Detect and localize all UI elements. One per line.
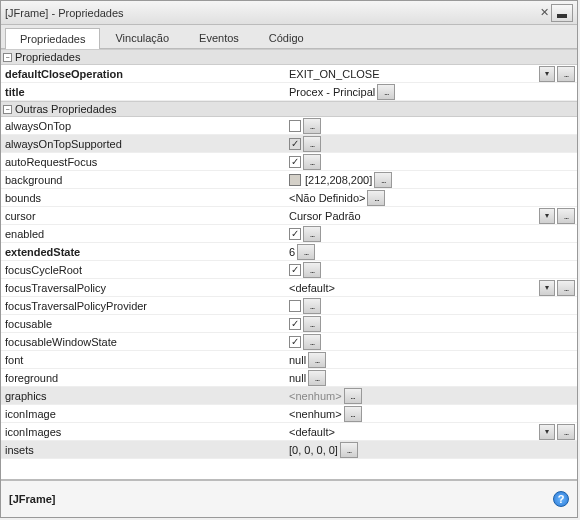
- group-header[interactable]: −Outras Propriedades: [1, 101, 577, 117]
- property-value[interactable]: <nenhum>...: [285, 387, 577, 404]
- property-row: iconImages<default>▾...: [1, 423, 577, 441]
- more-button[interactable]: ...: [303, 226, 321, 242]
- property-name: autoRequestFocus: [1, 156, 285, 168]
- property-row: graphics<nenhum>...: [1, 387, 577, 405]
- more-button[interactable]: ...: [344, 406, 362, 422]
- property-value[interactable]: null...: [285, 351, 577, 368]
- more-button[interactable]: ...: [303, 154, 321, 170]
- property-row: focusableWindowState...: [1, 333, 577, 351]
- checkbox[interactable]: [289, 264, 301, 276]
- property-name: alwaysOnTopSupported: [1, 138, 285, 150]
- more-button[interactable]: ...: [557, 280, 575, 296]
- more-button[interactable]: ...: [308, 370, 326, 386]
- checkbox[interactable]: [289, 336, 301, 348]
- property-value[interactable]: ...: [285, 117, 577, 134]
- more-button[interactable]: ...: [303, 118, 321, 134]
- more-button[interactable]: ...: [557, 208, 575, 224]
- property-row: fontnull...: [1, 351, 577, 369]
- property-name: focusableWindowState: [1, 336, 285, 348]
- dropdown-button[interactable]: ▾: [539, 66, 555, 82]
- properties-content[interactable]: −PropriedadesdefaultCloseOperationEXIT_O…: [1, 49, 577, 479]
- property-value[interactable]: 6...: [285, 243, 577, 260]
- more-button[interactable]: ...: [367, 190, 385, 206]
- checkbox[interactable]: [289, 156, 301, 168]
- more-button[interactable]: ...: [308, 352, 326, 368]
- value-text: null: [289, 372, 306, 384]
- more-button[interactable]: ...: [297, 244, 315, 260]
- tab-vinculação[interactable]: Vinculação: [100, 27, 184, 48]
- property-name: focusable: [1, 318, 285, 330]
- footer-label: [JFrame]: [9, 493, 553, 505]
- tab-propriedades[interactable]: Propriedades: [5, 28, 100, 49]
- more-button[interactable]: ...: [557, 424, 575, 440]
- tab-código[interactable]: Código: [254, 27, 319, 48]
- property-name: enabled: [1, 228, 285, 240]
- value-text: [0, 0, 0, 0]: [289, 444, 338, 456]
- property-name: title: [1, 86, 285, 98]
- property-name: graphics: [1, 390, 285, 402]
- window-title: [JFrame] - Propriedades: [5, 7, 533, 19]
- property-value[interactable]: <Não Definido>...: [285, 189, 577, 206]
- property-name: foreground: [1, 372, 285, 384]
- more-button[interactable]: ...: [557, 66, 575, 82]
- more-button[interactable]: ...: [303, 298, 321, 314]
- checkbox[interactable]: [289, 120, 301, 132]
- more-button[interactable]: ...: [340, 442, 358, 458]
- property-row: autoRequestFocus...: [1, 153, 577, 171]
- property-value[interactable]: <nenhum>...: [285, 405, 577, 422]
- property-value[interactable]: <default>▾...: [285, 279, 577, 296]
- property-value[interactable]: ...: [285, 225, 577, 242]
- value-text: 6: [289, 246, 295, 258]
- value-text: <nenhum>: [289, 408, 342, 420]
- property-value[interactable]: ...: [285, 261, 577, 278]
- property-row: alwaysOnTopSupported...: [1, 135, 577, 153]
- property-name: focusCycleRoot: [1, 264, 285, 276]
- property-value[interactable]: Cursor Padrão▾...: [285, 207, 577, 224]
- more-button[interactable]: ...: [303, 262, 321, 278]
- collapse-toggle-icon[interactable]: −: [3, 53, 12, 62]
- more-button[interactable]: ...: [374, 172, 392, 188]
- more-button[interactable]: ...: [303, 316, 321, 332]
- checkbox[interactable]: [289, 300, 301, 312]
- property-value[interactable]: [0, 0, 0, 0]...: [285, 441, 577, 458]
- value-text: Procex - Principal: [289, 86, 375, 98]
- property-name: background: [1, 174, 285, 186]
- property-name: cursor: [1, 210, 285, 222]
- property-value[interactable]: ...: [285, 135, 577, 152]
- property-row: foregroundnull...: [1, 369, 577, 387]
- help-icon[interactable]: ?: [553, 491, 569, 507]
- value-text: <default>: [289, 282, 335, 294]
- property-row: bounds<Não Definido>...: [1, 189, 577, 207]
- property-value[interactable]: null...: [285, 369, 577, 386]
- property-value[interactable]: ...: [285, 333, 577, 350]
- collapse-toggle-icon[interactable]: −: [3, 105, 12, 114]
- property-row: iconImage<nenhum>...: [1, 405, 577, 423]
- property-value[interactable]: ...: [285, 153, 577, 170]
- property-value[interactable]: ...: [285, 315, 577, 332]
- checkbox[interactable]: [289, 228, 301, 240]
- checkbox: [289, 138, 301, 150]
- property-row: cursorCursor Padrão▾...: [1, 207, 577, 225]
- property-name: extendedState: [1, 246, 285, 258]
- property-value[interactable]: Procex - Principal...: [285, 83, 577, 100]
- dropdown-button[interactable]: ▾: [539, 208, 555, 224]
- property-value[interactable]: <default>▾...: [285, 423, 577, 440]
- dropdown-button[interactable]: ▾: [539, 424, 555, 440]
- property-value[interactable]: [212,208,200]...: [285, 171, 577, 188]
- more-button[interactable]: ...: [303, 136, 321, 152]
- group-header[interactable]: −Propriedades: [1, 49, 577, 65]
- property-name: focusTraversalPolicy: [1, 282, 285, 294]
- tab-eventos[interactable]: Eventos: [184, 27, 254, 48]
- checkbox[interactable]: [289, 318, 301, 330]
- dropdown-button[interactable]: ▾: [539, 280, 555, 296]
- property-value[interactable]: EXIT_ON_CLOSE▾...: [285, 65, 577, 82]
- more-button[interactable]: ...: [303, 334, 321, 350]
- more-button[interactable]: ...: [377, 84, 395, 100]
- minimize-button[interactable]: [551, 4, 573, 22]
- property-row: background[212,208,200]...: [1, 171, 577, 189]
- value-text: null: [289, 354, 306, 366]
- tab-close-icon[interactable]: ✕: [537, 6, 551, 20]
- more-button[interactable]: ...: [344, 388, 362, 404]
- property-row: extendedState6...: [1, 243, 577, 261]
- property-value[interactable]: ...: [285, 297, 577, 314]
